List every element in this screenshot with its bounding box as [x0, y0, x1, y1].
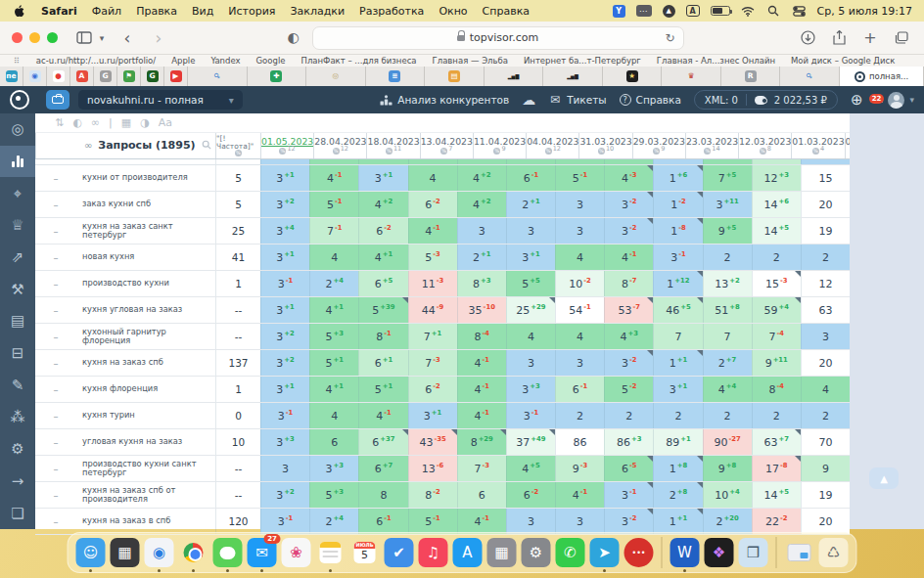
scroll-to-top-button[interactable]: ▲ [869, 467, 899, 489]
dock-system-settings[interactable]: ⚙ [522, 538, 551, 567]
bookmark-item[interactable]: Google [256, 56, 286, 66]
position-cell[interactable]: 3-2 [604, 218, 653, 244]
position-cell[interactable]: 2 [555, 403, 604, 428]
keyword-cell[interactable]: кухня на заказ в спб [76, 509, 215, 534]
position-cell[interactable]: 4-3 [604, 165, 653, 191]
date-column-header-7[interactable]: 31.03.2023%10 [578, 133, 631, 158]
position-cell[interactable]: 15-3 [752, 271, 801, 296]
position-cell[interactable]: 13+2 [703, 271, 752, 296]
position-cell[interactable]: 8-1 [358, 324, 407, 349]
position-cell[interactable]: 8-4 [752, 377, 801, 402]
project-selector[interactable]: novakuhni.ru - полная ▾ [78, 90, 243, 110]
pinned-tab-red-a[interactable]: A [70, 67, 94, 86]
pinned-tab-green-flag[interactable]: ⚑ [117, 67, 141, 86]
position-cell[interactable]: 46+5 [653, 297, 702, 323]
position-cell[interactable]: 3+2 [260, 350, 309, 376]
position-cell[interactable]: 4+1 [309, 297, 358, 323]
position-cell[interactable]: 3+1 [260, 245, 309, 270]
minimize-window-button[interactable] [29, 32, 40, 43]
position-cell[interactable]: 19 [801, 218, 850, 244]
position-cell[interactable]: 4 [801, 377, 850, 402]
row-drag-handle[interactable]: – [35, 271, 76, 296]
date-column-header-9[interactable]: 23.03.2023%14 [685, 133, 738, 158]
position-cell[interactable]: 4+2 [457, 192, 506, 217]
position-cell[interactable]: 6-2 [358, 218, 407, 244]
row-drag-handle[interactable]: – [35, 403, 76, 428]
position-cell[interactable]: 59+4 [752, 297, 801, 323]
downloads-icon[interactable] [797, 27, 818, 49]
dock-mail[interactable]: ✉27 [248, 538, 277, 567]
position-cell[interactable]: 2+4 [309, 271, 358, 296]
position-cell[interactable]: 4 [408, 165, 457, 191]
menu-item-5[interactable]: История [228, 5, 275, 18]
position-cell[interactable]: 3+1 [653, 377, 702, 402]
position-cell[interactable]: 2 [703, 245, 752, 270]
position-cell[interactable]: 3 [801, 324, 850, 349]
position-cell[interactable]: 4+4 [703, 377, 752, 402]
position-cell[interactable]: 43-35 [408, 429, 457, 455]
sidebar-item-positions[interactable] [0, 146, 35, 178]
position-cell[interactable]: 90-27 [703, 429, 752, 455]
position-cell[interactable]: 3+1 [260, 165, 309, 191]
dock-notes[interactable] [316, 538, 346, 567]
topvisor-logo[interactable] [10, 90, 29, 110]
position-cell[interactable]: 6-1 [358, 509, 407, 534]
position-cell[interactable]: 3+1 [260, 377, 309, 402]
date-column-header-3[interactable]: 18.04.2023%11 [366, 133, 419, 158]
position-cell[interactable]: 4 [506, 324, 555, 349]
dock-finder[interactable]: ☺ [76, 538, 106, 567]
position-cell[interactable]: 1+12 [653, 271, 702, 296]
position-cell[interactable]: 4-1 [358, 403, 407, 428]
position-cell[interactable]: 1-2 [653, 192, 702, 217]
position-cell[interactable]: 10-2 [555, 271, 604, 296]
position-cell[interactable]: 2+20 [703, 509, 752, 534]
position-cell[interactable]: 1-8 [653, 218, 702, 244]
more-status-icon[interactable]: ⋯ [636, 5, 652, 17]
sidebar-item-inbox[interactable]: ⊟ [0, 337, 35, 370]
keyword-cell[interactable]: кухонный гарнитур флоренция [76, 324, 215, 349]
position-cell[interactable]: 5+3 [309, 482, 358, 508]
menu-item-7[interactable]: Разработка [359, 5, 424, 18]
position-cell[interactable]: 9+5 [703, 218, 752, 244]
date-column-header-8[interactable]: 29.03.2023%9 [632, 133, 685, 158]
keyword-cell[interactable]: заказ кухни спб [76, 192, 215, 217]
yandex-browser-status-icon[interactable]: Y [613, 5, 625, 18]
position-cell[interactable]: 9+11 [752, 350, 801, 376]
dock-messages[interactable] [213, 538, 243, 567]
position-cell[interactable]: 8 [358, 482, 407, 508]
sidebar-item-competitors[interactable]: ♕ [0, 209, 35, 242]
tab-key-2[interactable]: ♀ [780, 67, 840, 86]
position-cell[interactable]: 70 [801, 429, 850, 455]
position-cell[interactable]: 2 [752, 245, 801, 270]
dock-telegram[interactable]: ➤ [590, 538, 620, 567]
position-cell[interactable]: 5-1 [555, 165, 604, 191]
bookmark-item[interactable]: Главная — Эльба [433, 56, 508, 66]
position-cell[interactable]: 5+3 [309, 324, 358, 349]
dock-calendar[interactable]: ИЮЛЬ5 [350, 538, 380, 567]
position-cell[interactable]: 3 [506, 350, 555, 376]
position-cell[interactable]: 6-2 [408, 192, 457, 217]
keyword-cell[interactable]: кухни от производителя [76, 165, 215, 191]
pinned-tab-gray-g[interactable]: G [94, 67, 117, 86]
keyword-cell[interactable]: кухня угловая на заказ [76, 297, 215, 323]
sidebar-item-trends[interactable]: ⇗ [0, 242, 35, 274]
tab-briefcase[interactable]: ▤ [425, 67, 485, 86]
dock-word[interactable]: W [670, 538, 700, 567]
position-cell[interactable]: 4 [555, 245, 604, 270]
dock-calculator[interactable]: ▦ [487, 538, 517, 567]
position-cell[interactable]: 2+7 [703, 350, 752, 376]
bookmark-item[interactable]: Apple [171, 56, 195, 66]
position-cell[interactable]: 2 [604, 403, 653, 428]
apple-menu-icon[interactable] [12, 5, 26, 18]
position-cell[interactable]: 10+4 [703, 482, 752, 508]
position-cell[interactable]: 6+7 [358, 456, 407, 481]
position-cell[interactable]: 3+1 [408, 403, 457, 428]
position-cell[interactable]: 7 [703, 324, 752, 349]
position-cell[interactable]: 5-1 [408, 509, 457, 534]
address-bar[interactable]: topvisor.com ↻ [312, 26, 684, 50]
bookmark-item[interactable]: ac-u.ru/http:/...u.ru/portfolio/ [36, 56, 156, 66]
account-menu[interactable]: ▾ [888, 92, 914, 109]
keyword-cell[interactable]: кухня флоренция [76, 377, 215, 402]
position-cell[interactable]: 4-1 [309, 165, 358, 191]
position-cell[interactable]: 4+3 [604, 324, 653, 349]
